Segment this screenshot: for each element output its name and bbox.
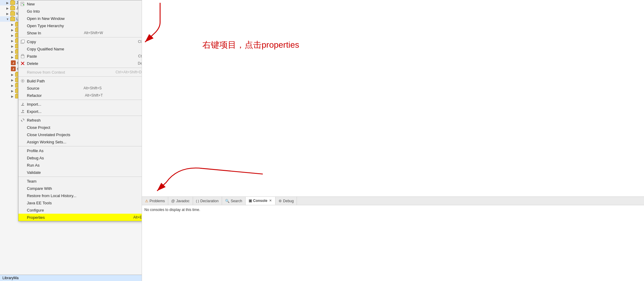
- menu-item-team-label: Team: [27, 179, 37, 184]
- console-content: No consoles to display at this time.: [142, 205, 644, 281]
- menu-item-configure-label: Configure: [27, 208, 44, 212]
- console-icon: ▣: [249, 199, 252, 203]
- menu-item-copy[interactable]: Copy Ctrl+C: [18, 38, 142, 45]
- menu-item-paste-label: Paste: [27, 54, 37, 59]
- menu-item-close-unrelated[interactable]: Close Unrelated Projects: [18, 131, 142, 138]
- separator1: [18, 37, 142, 37]
- menu-item-new-label: New: [27, 2, 35, 6]
- copy-icon: [20, 40, 26, 44]
- menu-item-profile-as[interactable]: Profile As ▶: [18, 147, 142, 154]
- menu-item-open-new-window-label: Open in New Window: [27, 16, 65, 21]
- menu-item-refactor[interactable]: Refactor Alt+Shift+T ▶: [18, 92, 142, 99]
- tab-console[interactable]: ▣ Console ✕: [246, 197, 275, 205]
- menu-item-build-path[interactable]: Build Path ▶: [18, 77, 142, 85]
- new-icon: [20, 2, 26, 6]
- menu-item-validate[interactable]: Validate: [18, 169, 142, 176]
- menu-item-refresh[interactable]: Refresh F5: [18, 117, 142, 124]
- shortcut-paste: Ctrl+V: [138, 54, 142, 58]
- expand-arrow: ▶: [11, 28, 14, 31]
- svg-marker-24: [21, 120, 22, 121]
- shortcut-delete: Delete: [138, 61, 142, 65]
- menu-item-source-label: Source: [27, 86, 39, 91]
- tab-javadoc-label: Javadoc: [176, 199, 190, 203]
- menu-item-assign-working-sets-label: Assign Working Sets...: [27, 140, 66, 144]
- menu-item-open-type-hierarchy[interactable]: Open Type Hierarchy F4: [18, 22, 142, 29]
- menu-item-open-new-window[interactable]: Open in New Window: [18, 15, 142, 22]
- content-area: 右键项目，点击properties: [142, 0, 644, 281]
- bottom-tabs: ⚠ Problems @ Javadoc { } Declaration 🔍 S…: [142, 197, 644, 205]
- menu-item-import-label: Import...: [27, 102, 41, 107]
- svg-rect-19: [21, 105, 24, 106]
- folder-icon: [10, 6, 15, 10]
- bottom-bar-label: LibraryMa: [0, 275, 142, 281]
- svg-text:J: J: [12, 62, 14, 65]
- tab-search[interactable]: 🔍 Search: [222, 197, 246, 205]
- menu-item-assign-working-sets[interactable]: Assign Working Sets...: [18, 138, 142, 145]
- svg-marker-23: [23, 119, 24, 120]
- menu-item-export[interactable]: Export...: [18, 108, 142, 115]
- declaration-icon: { }: [196, 199, 199, 203]
- menu-item-compare-with[interactable]: Compare With ▶: [18, 185, 142, 192]
- problems-icon: ⚠: [145, 199, 148, 203]
- menu-item-properties[interactable]: Properties Alt+Enter: [18, 214, 142, 221]
- menu-item-build-path-label: Build Path: [27, 79, 45, 83]
- expand-arrow: ▶: [6, 1, 9, 4]
- separator4: [18, 100, 142, 100]
- tab-problems[interactable]: ⚠ Problems: [142, 197, 168, 205]
- menu-item-debug-as[interactable]: Debug As ▶: [18, 154, 142, 161]
- menu-item-java-ee-tools-label: Java EE Tools: [27, 201, 52, 205]
- expand-arrow: ▶: [11, 34, 14, 37]
- menu-item-close-unrelated-label: Close Unrelated Projects: [27, 133, 70, 137]
- export-icon: [20, 109, 26, 113]
- menu-item-new[interactable]: New ▶: [18, 0, 142, 8]
- tab-declaration[interactable]: { } Declaration: [193, 197, 222, 205]
- menu-item-close-project[interactable]: Close Project: [18, 124, 142, 131]
- expand-arrow: ▶: [6, 7, 9, 10]
- menu-item-profile-as-label: Profile As: [27, 148, 43, 153]
- menu-item-source[interactable]: Source Alt+Shift+S ▶: [18, 85, 142, 92]
- menu-item-restore-local-history[interactable]: Restore from Local History...: [18, 192, 142, 199]
- tab-debug[interactable]: ⚙ Debug: [275, 197, 297, 205]
- menu-item-import[interactable]: Import...: [18, 101, 142, 108]
- folder-icon: [10, 11, 15, 16]
- console-message: No consoles to display at this time.: [144, 208, 200, 212]
- menu-item-remove-context-label: Remove from Context: [27, 70, 65, 75]
- menu-item-refresh-label: Refresh: [27, 118, 41, 123]
- shortcut-copy: Ctrl+C: [138, 40, 142, 44]
- expand-arrow: ▶: [6, 12, 9, 15]
- menu-item-export-label: Export...: [27, 109, 41, 114]
- console-close-button[interactable]: ✕: [269, 199, 272, 203]
- svg-point-16: [22, 80, 23, 81]
- menu-item-go-into-label: Go Into: [27, 9, 40, 14]
- tab-javadoc[interactable]: @ Javadoc: [168, 197, 193, 205]
- menu-item-go-into[interactable]: Go Into: [18, 8, 142, 15]
- menu-item-delete[interactable]: Delete Delete: [18, 60, 142, 67]
- svg-rect-18: [22, 104, 23, 105]
- import-icon: [20, 102, 26, 106]
- delete-icon: [20, 61, 26, 65]
- menu-item-configure[interactable]: Configure: [18, 206, 142, 214]
- svg-rect-10: [22, 40, 24, 43]
- svg-rect-21: [22, 110, 23, 112]
- separator3: [18, 76, 142, 77]
- menu-item-team[interactable]: Team ▶: [18, 177, 142, 185]
- shortcut-refactor: Alt+Shift+T: [85, 93, 103, 97]
- menu-item-remove-context: Remove from Context Ctrl+Alt+Shift+Down: [18, 69, 142, 76]
- expand-arrow: ▶: [11, 39, 14, 42]
- menu-item-java-ee-tools[interactable]: Java EE Tools ▶: [18, 199, 142, 206]
- expand-arrow: ▶: [11, 50, 14, 53]
- tab-search-label: Search: [231, 199, 242, 203]
- svg-rect-4: [21, 2, 24, 6]
- expand-arrow: ▶: [11, 95, 14, 98]
- menu-item-show-in[interactable]: Show In Alt+Shift+W ▶: [18, 29, 142, 37]
- expand-arrow: ▶: [11, 45, 14, 48]
- tab-declaration-label: Declaration: [200, 199, 219, 203]
- menu-item-delete-label: Delete: [27, 61, 38, 66]
- menu-item-paste[interactable]: Paste Ctrl+V: [18, 53, 142, 60]
- context-menu: New ▶ Go Into Open in New Window Open Ty…: [18, 0, 142, 221]
- menu-item-run-as[interactable]: Run As ▶: [18, 161, 142, 169]
- menu-item-copy-qualified[interactable]: Copy Qualified Name: [18, 45, 142, 53]
- expand-arrow: ▶: [11, 23, 14, 26]
- debug-icon: ⚙: [279, 199, 282, 203]
- refresh-icon: [20, 118, 26, 122]
